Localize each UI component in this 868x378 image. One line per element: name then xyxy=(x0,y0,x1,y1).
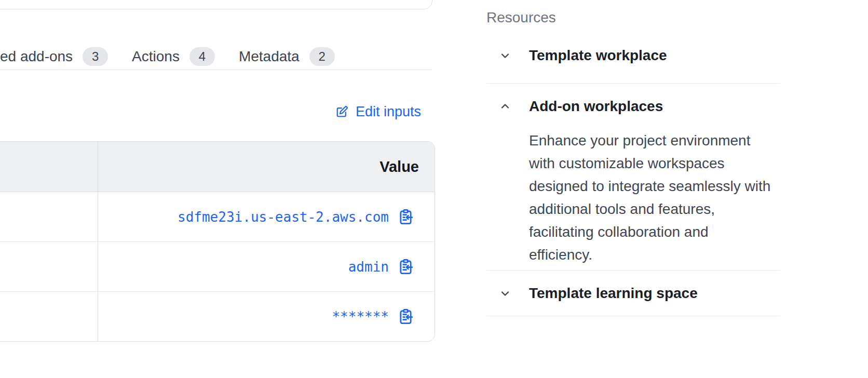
table-key-cell xyxy=(0,292,98,341)
resources-title: Resources xyxy=(486,7,780,28)
table-row: admin xyxy=(0,241,435,291)
tab-count-badge: 2 xyxy=(309,47,335,66)
accordion-section-body: Enhance your project environment with cu… xyxy=(529,129,789,266)
accordion-section-template-learning-space: Template learning space xyxy=(486,271,780,316)
copy-value-button[interactable] xyxy=(398,259,414,275)
accordion-toggle-template-workplace[interactable]: Template workplace xyxy=(499,28,780,83)
accordion-toggle-add-on-workplaces[interactable]: Add-on workplaces xyxy=(499,84,780,129)
tab-label: Actions xyxy=(132,48,180,65)
edit-inputs-label: Edit inputs xyxy=(356,104,421,120)
table-value-cell: sdfme23i.us-east-2.aws.com xyxy=(98,192,435,241)
tab-actions[interactable]: Actions 4 xyxy=(132,47,215,66)
body-text-line: efficiency. xyxy=(529,244,789,266)
tab-label: ed add-ons xyxy=(0,48,73,65)
tab-metadata[interactable]: Metadata 2 xyxy=(239,47,335,66)
input-value-hostname: sdfme23i.us-east-2.aws.com xyxy=(178,209,389,225)
tab-included-add-ons[interactable]: ed add-ons 3 xyxy=(0,47,108,66)
edit-pencil-icon xyxy=(335,105,349,119)
copy-value-button[interactable] xyxy=(398,209,414,225)
body-text-line: with customizable workspaces xyxy=(529,152,789,175)
table-row: sdfme23i.us-east-2.aws.com xyxy=(0,192,435,241)
table-header-row: Value xyxy=(0,142,435,192)
table-key-cell xyxy=(0,242,98,291)
table-value-cell: ******* xyxy=(98,292,435,341)
accordion-toggle-template-learning-space[interactable]: Template learning space xyxy=(499,271,780,316)
clipboard-copy-icon xyxy=(398,209,414,225)
accordion-section-label: Template workplace xyxy=(529,47,667,64)
chevron-down-icon xyxy=(499,49,511,62)
tab-bar: ed add-ons 3 Actions 4 Metadata 2 xyxy=(0,43,432,70)
accordion-section-template-workplace: Template workplace xyxy=(486,28,780,84)
resources-panel: Resources Template workplace Add-on work xyxy=(486,7,780,316)
inputs-table: Value sdfme23i.us-east-2.aws.com xyxy=(0,141,435,342)
tab-label: Metadata xyxy=(239,48,300,65)
value-column-header: Value xyxy=(379,158,419,176)
input-value-username: admin xyxy=(348,259,389,275)
accordion-section-label: Template learning space xyxy=(529,285,698,302)
accordion-section-label: Add-on workplaces xyxy=(529,98,663,115)
table-header-key-cell xyxy=(0,142,98,192)
table-value-cell: admin xyxy=(98,242,435,291)
tabs-divider xyxy=(0,70,432,70)
clipboard-copy-icon xyxy=(398,259,414,275)
table-header-value-cell: Value xyxy=(98,142,435,192)
clipboard-copy-icon xyxy=(398,308,414,325)
table-key-cell xyxy=(0,192,98,241)
input-value-password-masked: ******* xyxy=(332,309,389,325)
card-above-bottom-edge xyxy=(0,0,432,9)
table-row: ******* xyxy=(0,291,435,341)
tab-count-badge: 3 xyxy=(83,47,108,66)
page: ed add-ons 3 Actions 4 Metadata 2 Edit i… xyxy=(0,0,868,378)
body-text-line: additional tools and features, xyxy=(529,198,789,221)
copy-value-button[interactable] xyxy=(398,308,414,325)
chevron-up-icon xyxy=(499,100,511,113)
body-text-line: Enhance your project environment xyxy=(529,129,789,152)
edit-inputs-button[interactable]: Edit inputs xyxy=(335,100,421,124)
body-text-line: designed to integrate seamlessly with xyxy=(529,175,789,198)
chevron-down-icon xyxy=(499,287,511,300)
accordion-section-add-on-workplaces: Add-on workplaces Enhance your project e… xyxy=(486,84,780,271)
tab-count-badge: 4 xyxy=(189,47,215,66)
body-text-line: facilitating collaboration and xyxy=(529,221,789,244)
